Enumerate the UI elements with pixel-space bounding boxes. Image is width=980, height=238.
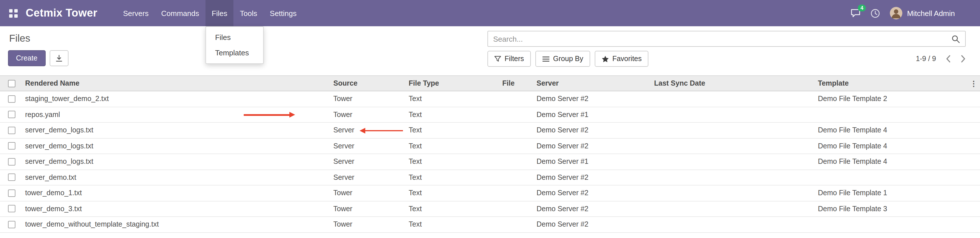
cell-template: Demo File Template 3: [816, 205, 967, 213]
create-button[interactable]: Create: [8, 50, 45, 66]
top-navbar: Cetmix Tower Servers Commands Files File…: [0, 0, 980, 26]
table-row[interactable]: server_demo_logs.txt Server Text Demo Se…: [0, 138, 980, 154]
cell-template: Demo File Template 4: [816, 127, 967, 135]
nav-item-tools[interactable]: Tools: [234, 0, 264, 26]
page-title: Files: [9, 33, 68, 44]
table-row[interactable]: repos.yaml Tower Text Demo Server #1: [0, 107, 980, 123]
cell-template: Demo File Template 2: [816, 95, 967, 103]
group-by-lines-icon: [542, 56, 550, 62]
column-header-last-sync-date[interactable]: Last Sync Date: [652, 79, 816, 87]
navbar-right: 4 Mitchell Admin: [850, 7, 955, 19]
table-row[interactable]: tower_demo_1.txt Tower Text Demo Server …: [0, 186, 980, 201]
cell-rendered-name: server_demo_logs.txt: [23, 158, 331, 166]
cell-source: Server: [331, 158, 406, 166]
pager-previous-icon[interactable]: [946, 55, 951, 63]
dropdown-item-templates[interactable]: Templates: [206, 45, 263, 60]
pager-range: 1-9 / 9: [916, 55, 936, 63]
cell-file-type: Text: [406, 142, 500, 150]
column-header-file[interactable]: File: [500, 79, 534, 87]
row-checkbox[interactable]: [8, 189, 15, 197]
row-checkbox[interactable]: [8, 127, 15, 134]
apps-menu-icon[interactable]: [9, 9, 18, 17]
row-checkbox[interactable]: [8, 158, 15, 165]
table-row[interactable]: staging_tower_demo_2.txt Tower Text Demo…: [0, 91, 980, 107]
files-dropdown-menu: Files Templates: [205, 26, 264, 64]
annotation-arrow-right: [244, 114, 290, 116]
files-list-table: Rendered Name Source File Type File Serv…: [0, 75, 980, 233]
cell-file-type: Text: [406, 111, 500, 119]
nav-item-commands[interactable]: Commands: [155, 0, 205, 26]
table-row[interactable]: server_demo_logs.txt Server Text Demo Se…: [0, 154, 980, 170]
control-panel: Files Create: [0, 26, 980, 70]
nav-item-settings[interactable]: Settings: [263, 0, 303, 26]
messages-icon[interactable]: 4: [850, 9, 861, 18]
app-brand-title: Cetmix Tower: [26, 7, 97, 19]
table-row[interactable]: tower_demo_without_template_staging.txt …: [0, 217, 980, 233]
row-checkbox[interactable]: [8, 221, 15, 228]
cell-file-type: Text: [406, 158, 500, 166]
cell-file-type: Text: [406, 95, 500, 103]
search-icon[interactable]: [951, 35, 960, 43]
column-header-rendered-name[interactable]: Rendered Name: [23, 79, 331, 87]
table-body: staging_tower_demo_2.txt Tower Text Demo…: [0, 91, 980, 233]
cell-file-type: Text: [406, 189, 500, 197]
nav-item-files[interactable]: Files Files Templates: [205, 0, 234, 26]
cell-server: Demo Server #2: [534, 221, 652, 228]
export-download-button[interactable]: [49, 50, 68, 66]
cell-template: Demo File Template 4: [816, 142, 967, 150]
cell-source: Server: [331, 142, 406, 150]
cell-server: Demo Server #2: [534, 95, 652, 103]
table-row[interactable]: tower_demo_3.txt Tower Text Demo Server …: [0, 201, 980, 217]
pager: 1-9 / 9: [916, 55, 966, 63]
column-header-template[interactable]: Template: [816, 79, 967, 87]
cell-server: Demo Server #2: [534, 173, 652, 181]
cell-server: Demo Server #2: [534, 189, 652, 197]
favorites-button[interactable]: Favorites: [595, 51, 649, 67]
row-checkbox[interactable]: [8, 205, 15, 213]
user-menu[interactable]: Mitchell Admin: [890, 7, 955, 19]
column-header-source[interactable]: Source: [331, 79, 406, 87]
cell-source: Tower: [331, 111, 406, 119]
star-icon: [601, 55, 609, 62]
cell-source: Tower: [331, 95, 406, 103]
annotation-arrow-left: [365, 130, 403, 131]
activities-clock-icon[interactable]: [870, 8, 880, 18]
funnel-icon: [494, 56, 501, 62]
cell-rendered-name: server_demo_logs.txt: [23, 142, 331, 150]
cell-file-type: Text: [406, 205, 500, 213]
table-row[interactable]: server_demo.txt Server Text Demo Server …: [0, 170, 980, 186]
row-checkbox[interactable]: [8, 95, 15, 103]
cell-rendered-name: server_demo_logs.txt: [23, 127, 331, 135]
cell-file-type: Text: [406, 173, 500, 181]
cell-source: Tower: [331, 189, 406, 197]
user-name: Mitchell Admin: [907, 9, 955, 17]
search-box: [487, 31, 966, 47]
cell-rendered-name: tower_demo_1.txt: [23, 189, 331, 197]
cell-server: Demo Server #1: [534, 111, 652, 119]
cell-source: Tower: [331, 205, 406, 213]
nav-item-servers[interactable]: Servers: [117, 0, 155, 26]
dropdown-item-files[interactable]: Files: [206, 30, 263, 45]
cell-file-type: Text: [406, 127, 500, 135]
row-checkbox[interactable]: [8, 143, 15, 150]
screen: Cetmix Tower Servers Commands Files File…: [0, 0, 980, 238]
pager-next-icon[interactable]: [961, 55, 966, 63]
optional-columns-icon[interactable]: ⋮: [967, 79, 980, 87]
control-panel-left: Files Create: [8, 31, 68, 66]
row-checkbox[interactable]: [8, 111, 15, 118]
group-by-button[interactable]: Group By: [535, 51, 590, 67]
cell-template: Demo File Template 4: [816, 158, 967, 166]
select-all-checkbox[interactable]: [8, 79, 15, 87]
main-menu: Servers Commands Files Files Templates T…: [117, 0, 303, 26]
row-checkbox[interactable]: [8, 174, 15, 181]
column-header-file-type[interactable]: File Type: [406, 79, 500, 87]
cell-server: Demo Server #2: [534, 205, 652, 213]
cell-rendered-name: staging_tower_demo_2.txt: [23, 95, 331, 103]
cell-rendered-name: server_demo.txt: [23, 173, 331, 181]
column-header-server[interactable]: Server: [534, 79, 652, 87]
table-row[interactable]: server_demo_logs.txt Server Text Demo Se…: [0, 123, 980, 138]
search-input[interactable]: [493, 35, 951, 43]
filters-button[interactable]: Filters: [487, 51, 531, 67]
table-header: Rendered Name Source File Type File Serv…: [0, 75, 980, 91]
cell-rendered-name: tower_demo_3.txt: [23, 205, 331, 213]
